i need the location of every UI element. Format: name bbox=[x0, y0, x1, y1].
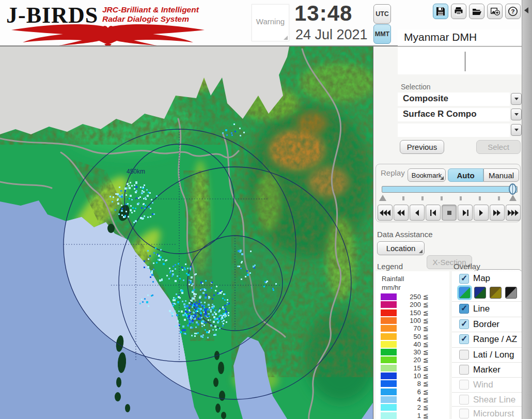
overlay-label: Overlay bbox=[453, 262, 480, 271]
bookmark-button[interactable]: Bookmark bbox=[408, 168, 446, 182]
overlay-row-map[interactable]: Map bbox=[452, 271, 522, 286]
map-style-swatch-1[interactable] bbox=[459, 287, 471, 299]
location-button[interactable]: Location bbox=[377, 241, 425, 255]
rain-echo bbox=[185, 309, 186, 311]
rain-echo bbox=[205, 297, 207, 299]
selection-field-2[interactable]: Surface R Compo bbox=[398, 108, 510, 121]
rain-echo bbox=[189, 280, 190, 281]
rain-echo bbox=[222, 321, 223, 322]
previous-button[interactable]: Previous bbox=[400, 140, 444, 154]
rain-echo bbox=[113, 196, 114, 198]
panel-collapse-bar[interactable] bbox=[522, 0, 532, 419]
rain-echo bbox=[215, 313, 217, 315]
mmt-toggle-button[interactable]: MMT bbox=[373, 24, 391, 44]
help-button[interactable]: ? bbox=[505, 4, 521, 19]
radar-map[interactable]: 450km bbox=[0, 46, 373, 419]
rain-echo bbox=[175, 298, 177, 299]
manual-mode-button[interactable]: Manual bbox=[483, 168, 519, 182]
fast-forward-3-button[interactable] bbox=[506, 205, 521, 221]
fast-rewind-3-button[interactable] bbox=[378, 205, 393, 221]
selection-field-1[interactable]: Composite bbox=[398, 92, 510, 106]
map-style-swatch-3[interactable] bbox=[490, 287, 502, 299]
rain-echo bbox=[221, 315, 223, 317]
marker-checkbox[interactable] bbox=[459, 365, 469, 375]
auto-mode-button[interactable]: Auto bbox=[448, 168, 483, 182]
rain-echo bbox=[160, 249, 162, 251]
fast-rewind-2-button[interactable] bbox=[394, 205, 409, 221]
replay-slider-handle[interactable] bbox=[509, 183, 517, 195]
map-checkbox[interactable] bbox=[459, 274, 469, 284]
overlay-row-shear-line[interactable]: Shear Line bbox=[452, 392, 522, 407]
print-button[interactable] bbox=[451, 4, 466, 19]
legend-color-swatch bbox=[381, 341, 397, 348]
rain-echo bbox=[224, 299, 226, 301]
warning-panel[interactable]: Warning bbox=[252, 4, 289, 41]
overlay-row-range-az[interactable]: Range / AZ bbox=[452, 332, 522, 346]
dropdown-arrow-button-1[interactable] bbox=[511, 93, 522, 105]
dropdown-arrow-button-3[interactable] bbox=[511, 124, 522, 136]
rain-echo bbox=[143, 204, 144, 205]
rain-echo bbox=[144, 267, 145, 268]
lati-long-checkbox[interactable] bbox=[459, 350, 469, 360]
overlay-row-marker[interactable]: Marker bbox=[452, 362, 522, 377]
overlay-row-border[interactable]: Border bbox=[452, 317, 522, 331]
rain-echo bbox=[200, 302, 202, 303]
step-back-button[interactable] bbox=[426, 205, 441, 221]
selection-value: Composite bbox=[403, 94, 448, 104]
rain-echo bbox=[223, 320, 225, 321]
overlay-row-line[interactable]: Line bbox=[452, 301, 522, 316]
rain-echo bbox=[129, 198, 130, 199]
save-button[interactable] bbox=[433, 4, 448, 19]
rain-echo bbox=[179, 278, 181, 280]
site-info-box[interactable] bbox=[398, 48, 522, 74]
overlay-row-wind[interactable]: Wind bbox=[452, 377, 522, 392]
rain-echo bbox=[207, 316, 209, 317]
fast-rewind-3-icon bbox=[379, 209, 392, 216]
wind-checkbox[interactable] bbox=[459, 380, 469, 390]
select-button[interactable]: Select bbox=[476, 140, 521, 154]
overlay-row-microburst[interactable]: Microburst bbox=[452, 406, 522, 419]
stop-button[interactable] bbox=[442, 205, 457, 221]
slider-end-marker[interactable] bbox=[509, 195, 517, 201]
rain-echo bbox=[139, 196, 141, 198]
play-button[interactable] bbox=[474, 205, 489, 221]
range-az-checkbox[interactable] bbox=[459, 334, 469, 344]
play-reverse-button[interactable] bbox=[410, 205, 425, 221]
legend-color-swatch bbox=[381, 396, 397, 403]
open-folder-button[interactable] bbox=[469, 4, 484, 19]
slider-tick bbox=[479, 196, 481, 200]
step-forward-button[interactable] bbox=[458, 205, 473, 221]
border-checkbox[interactable] bbox=[459, 319, 469, 329]
overlay-item-label: Microburst bbox=[473, 409, 514, 419]
slider-tick bbox=[460, 196, 462, 200]
dropdown-arrow-button-2[interactable] bbox=[511, 108, 522, 120]
rain-echo bbox=[227, 302, 228, 303]
rain-echo bbox=[128, 216, 129, 218]
line-checkbox[interactable] bbox=[459, 304, 469, 314]
shear-line-checkbox[interactable] bbox=[459, 395, 469, 405]
overlay-row-lati-long[interactable]: Lati / Long bbox=[452, 347, 522, 362]
selection-label: Selection bbox=[401, 83, 431, 91]
rain-echo bbox=[165, 260, 166, 261]
rain-echo bbox=[200, 314, 202, 316]
utc-toggle-button[interactable]: UTC bbox=[373, 4, 391, 24]
map-style-swatch-2[interactable] bbox=[474, 287, 486, 299]
rain-echo bbox=[185, 311, 187, 313]
rain-echo bbox=[197, 318, 199, 320]
selection-field-3[interactable] bbox=[398, 123, 510, 137]
rain-echo bbox=[264, 281, 266, 283]
rain-echo bbox=[210, 311, 212, 313]
fast-forward-2-button[interactable] bbox=[490, 205, 505, 221]
slider-start-marker[interactable] bbox=[379, 195, 386, 201]
map-style-swatch-4[interactable] bbox=[505, 287, 517, 299]
snapshot-add-button[interactable] bbox=[487, 4, 503, 19]
open-folder-icon bbox=[472, 7, 482, 16]
rain-echo bbox=[117, 199, 118, 201]
rain-echo bbox=[158, 259, 159, 260]
rain-echo bbox=[239, 128, 241, 129]
replay-slider-track[interactable] bbox=[382, 186, 518, 193]
rain-echo bbox=[144, 184, 145, 186]
rain-echo bbox=[185, 300, 186, 302]
selection-value: Surface R Compo bbox=[403, 109, 477, 119]
microburst-checkbox[interactable] bbox=[459, 409, 469, 418]
